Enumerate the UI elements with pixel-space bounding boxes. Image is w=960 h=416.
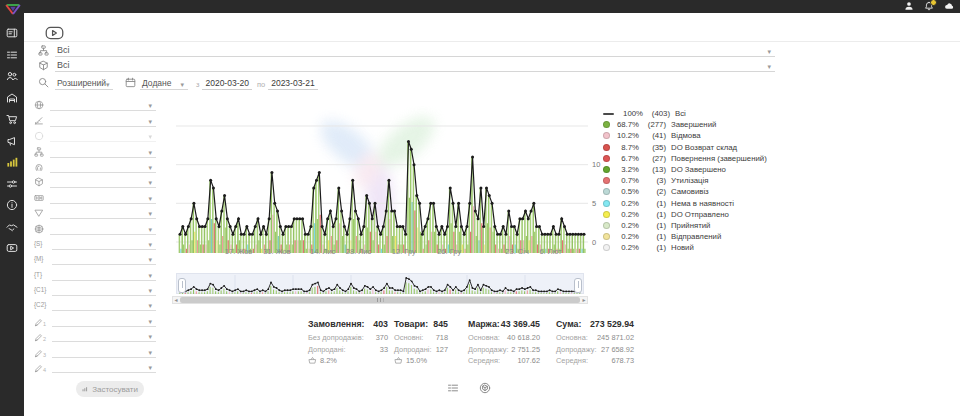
chevron-down-icon: ▾ [106,80,114,89]
apply-button-label: Застосувати [92,385,138,394]
legend-item[interactable]: 0.2%(1)Прийнятий [603,220,783,231]
param-s-select[interactable]: ▾ [52,237,156,250]
legend-dot-swatch [603,244,610,251]
legend-item[interactable]: 0.2%(1)Новий [603,242,783,253]
sidebar-item-partners[interactable] [6,221,18,233]
region-select[interactable]: ▾ [50,98,156,111]
sidebar-item-analytics[interactable] [6,156,18,168]
param-c1-select[interactable]: ▾ [52,283,156,296]
stat-row: Допродані:33 [308,345,388,354]
orders-timeline-chart[interactable] [176,103,588,253]
chevron-down-icon: ▾ [180,80,188,89]
sidebar-item-warehouse[interactable] [6,92,18,104]
presentation-icon[interactable] [44,26,65,40]
navigator-right-handle[interactable] [574,278,582,293]
y-tick-label: 0 [592,238,596,247]
legend-item[interactable]: 68.7%(277)Завершений [603,119,783,130]
legend-dot-swatch [603,200,610,207]
stat-header: Маржа:43 369.45 [468,319,540,329]
stat-header: Сума:273 529.94 [556,319,634,329]
legend-line-swatch [603,113,614,115]
legend-item[interactable]: 100%(403)Всі [603,108,783,119]
level-select[interactable]: ▾ [50,114,156,127]
legend-dot-swatch [603,155,610,162]
product-select[interactable]: Всі ▾ [55,60,775,72]
apply-button[interactable]: Застосувати [76,381,144,397]
param-c2-select[interactable]: ▾ [52,298,156,311]
legend-item[interactable]: 0.5%(2)Самовивіз [603,186,783,197]
filter-row-product: Всі ▾ [38,59,775,72]
navigator-left-handle[interactable] [178,278,186,293]
sidebar-item-video[interactable] [6,242,18,254]
x-axis-labels: 17. Жов31. Жов14. Лис28. Лис12. Гру26. Г… [176,247,588,257]
basket-icon [308,356,317,365]
legend-item[interactable]: 0.7%(3)Утилізація [603,175,783,186]
param-m-select[interactable]: ▾ [52,252,156,265]
sidebar-item-sales[interactable] [6,113,18,125]
scroll-right-arrow-icon[interactable]: ▸ [581,296,587,304]
sidebar-item-marketing[interactable] [6,135,18,147]
filter-row-status: ▾ [34,127,156,142]
payment-select[interactable]: ▾ [50,191,156,204]
legend-dot-swatch [603,233,610,240]
stat-row: Основні:718 [394,333,448,342]
stat-row: Допродажу:27 658.92 [556,345,634,354]
list-view-icon[interactable] [447,382,459,394]
x-tick-label: 12. Гру [392,247,416,256]
date-from-input[interactable]: 2020-03-20 [202,78,251,90]
identifier-select[interactable]: ▾ [50,160,156,173]
chevron-down-icon: ▾ [148,163,156,172]
notifications-bell-icon[interactable] [924,1,934,11]
date-field-select[interactable]: Додане ▾ [140,78,188,90]
filter-row-level: ▾ [34,111,156,126]
legend-item[interactable]: 8.7%(35)DO Возврат склад [603,142,783,153]
x-tick-label: 23. Січ [505,247,529,256]
status-select[interactable]: ▾ [50,129,156,142]
chart-scrollbar[interactable]: ◂ ▸ [172,296,588,304]
sidebar-item-info[interactable] [6,199,18,211]
product-select[interactable]: ▾ [50,175,156,188]
source-select[interactable]: Всі ▾ [55,45,775,57]
stat-header: Замовлення:403 [308,319,388,329]
stat-header: Товари:845 [394,319,448,329]
legend-item[interactable]: 3.2%(13)DO Завершено [603,164,783,175]
sidebar-item-settings[interactable] [6,178,18,190]
sidebar-item-dashboard[interactable] [6,27,18,39]
support-cloud-icon[interactable] [944,1,954,11]
date-to-input[interactable]: 2023-03-21 [268,78,317,90]
topbar-actions [904,1,954,11]
scrollbar-thumb[interactable] [180,297,580,303]
user-icon[interactable] [904,1,914,11]
app-logo-icon[interactable] [4,1,22,12]
stat-row: Основна:40 618.20 [468,333,540,342]
calendar-icon [125,77,136,88]
x-tick-label: 28. Лис [346,247,371,256]
scroll-left-arrow-icon[interactable]: ◂ [173,296,179,304]
legend-item[interactable]: 10.2%(41)Відмова [603,130,783,141]
chart-navigator[interactable] [176,273,584,294]
legend-item[interactable]: 6.7%(27)Повернення (завершений) [603,153,783,164]
param-t-select[interactable]: ▾ [52,268,156,281]
site-select[interactable]: ▾ [50,222,156,235]
chevron-down-icon: ▾ [148,301,156,310]
legend-item[interactable]: 0.2%(1)Нема в наявності [603,198,783,209]
sidebar-item-clients[interactable] [6,70,18,82]
products-view-icon[interactable] [479,382,491,394]
chevron-down-icon: ▾ [148,240,156,249]
filter-row-product: ▾ [34,173,156,188]
stat-column: Маржа:43 369.45Основна:40 618.20Допродаж… [468,319,540,368]
legend-item[interactable]: 0.2%(1)Відправлений [603,231,783,242]
filter-row-region: ▾ [34,96,156,111]
structure-select[interactable]: ▾ [50,145,156,158]
funnel-select[interactable]: ▾ [50,206,156,219]
legend-dot-swatch [603,166,610,173]
chevron-down-icon: ▾ [148,209,156,218]
sidebar-item-orders[interactable] [6,49,18,61]
x-tick-label: 26. Гру [437,247,461,256]
search-icon[interactable] [38,77,49,88]
legend-item[interactable]: 0.2%(1)DO Отправлено [603,209,783,220]
mode-select[interactable]: Розширений ▾ [55,78,113,90]
topbar [0,0,960,13]
package-icon [38,60,49,71]
filter-row-funnel: ▾ [34,204,156,219]
